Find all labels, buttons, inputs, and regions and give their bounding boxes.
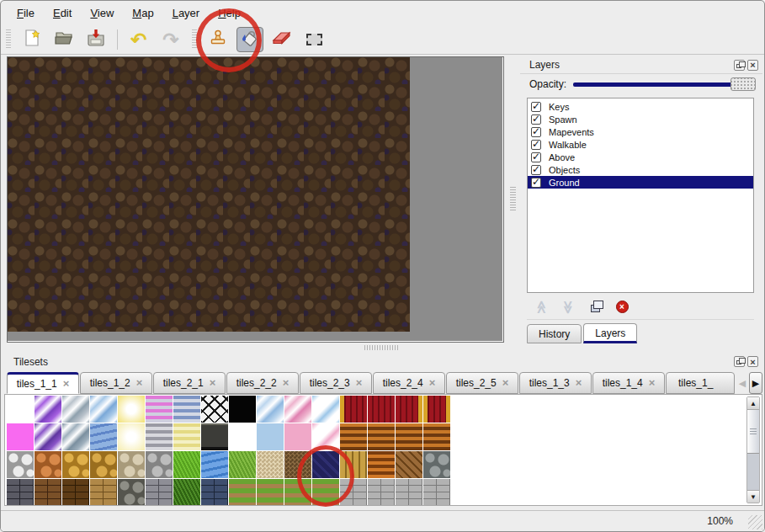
tile-stone-darkgray[interactable] <box>118 479 145 506</box>
tile-streaks-blue[interactable] <box>312 396 339 423</box>
tile-glass-darkpurple[interactable] <box>35 423 61 450</box>
window-resize-grip[interactable] <box>748 515 762 529</box>
tile-solid-magenta[interactable] <box>7 423 34 450</box>
tile-sand-speckled[interactable] <box>257 451 284 478</box>
tile-glass-purple[interactable] <box>35 396 61 423</box>
tile-stripes-yellow[interactable] <box>173 423 200 450</box>
tileset-tab-tiles_1_1[interactable]: tiles_1_1× <box>7 372 79 394</box>
raise-layer-button[interactable]: ≫ <box>534 300 549 315</box>
tile-pebble-beige[interactable] <box>118 451 145 478</box>
tile-path-grass-4[interactable] <box>312 479 339 506</box>
tile-brick-navy[interactable] <box>201 479 228 506</box>
tile-stones-round-gray[interactable] <box>423 451 450 478</box>
opacity-slider[interactable] <box>573 77 756 92</box>
tileset-tab-tiles_1_2[interactable]: tiles_1_2× <box>80 372 152 394</box>
tab-close-icon[interactable]: × <box>429 379 436 387</box>
tile-tile-gold[interactable] <box>62 451 89 478</box>
tile-wall-dark[interactable] <box>7 479 34 506</box>
tile-stripes-gray[interactable] <box>146 423 173 450</box>
tile-lattice-black[interactable] <box>201 396 228 423</box>
tileset-tab-tiles_2_4[interactable]: tiles_2_4× <box>373 372 445 394</box>
tile-stripes-amber-2[interactable] <box>368 423 395 450</box>
vertical-splitter[interactable] <box>507 56 518 343</box>
dock-tab-history[interactable]: History <box>527 324 582 343</box>
tile-brick-lightgray-2[interactable] <box>368 479 395 506</box>
stamp-tool-button[interactable] <box>205 27 231 52</box>
menu-view[interactable]: View <box>81 3 123 23</box>
tile-glass-lightblue[interactable] <box>257 396 284 423</box>
tab-close-icon[interactable]: × <box>136 379 143 387</box>
tileset-tab-tiles_1_[interactable]: tiles_1_ <box>666 372 735 394</box>
map-viewport[interactable] <box>7 56 504 343</box>
tile-stone-gold[interactable] <box>90 451 117 478</box>
tile-stripes-amber-4[interactable] <box>423 423 450 450</box>
tile-brick-lightgray-3[interactable] <box>396 479 422 506</box>
layer-visibility-checkbox[interactable]: ✓ <box>531 140 541 150</box>
redo-button[interactable]: ↷ <box>157 27 184 52</box>
tile-navy-dark-selected[interactable] <box>312 451 339 478</box>
tile-streaks-pink[interactable] <box>312 423 339 450</box>
tile-dirt-brown[interactable] <box>284 451 311 478</box>
tile-glass-gray[interactable] <box>62 396 89 423</box>
layer-row-mapevents[interactable]: ✓Mapevents <box>528 125 753 138</box>
tile-curtain-red-both[interactable] <box>423 396 450 423</box>
lower-layer-button[interactable]: ≫ <box>560 300 576 315</box>
tile-weave-orange[interactable] <box>368 451 395 478</box>
tile-water-ripple[interactable] <box>90 423 117 450</box>
tilesets-panel-float-button[interactable] <box>734 356 745 367</box>
tileset-tab-tiles_2_3[interactable]: tiles_2_3× <box>300 372 372 394</box>
tile-path-grass-2[interactable] <box>257 479 284 506</box>
tile-stripes-amber-3[interactable] <box>396 423 422 450</box>
tile-solid-black[interactable] <box>229 396 256 423</box>
tab-scroll-right-icon[interactable]: ▶ <box>749 372 762 394</box>
menu-layer[interactable]: Layer <box>163 3 210 23</box>
tile-hedge-green[interactable] <box>173 479 200 506</box>
tile-grass-green[interactable] <box>229 451 256 478</box>
tile-solid-pink[interactable] <box>284 423 311 450</box>
undo-button[interactable]: ↶ <box>125 27 152 52</box>
tileset-tab-tiles_2_1[interactable]: tiles_2_1× <box>153 372 226 394</box>
palette-scrollbar[interactable]: ▲ ▼ <box>746 396 760 503</box>
tile-water-blue[interactable] <box>201 451 228 478</box>
layer-visibility-checkbox[interactable]: ✓ <box>531 102 541 112</box>
tile-path-grass-1[interactable] <box>229 479 256 506</box>
tile-brick-lightgray-4[interactable] <box>423 479 450 506</box>
horizontal-splitter[interactable] <box>4 343 762 352</box>
tab-close-icon[interactable]: × <box>649 379 656 387</box>
toolbar-grip[interactable] <box>192 29 197 50</box>
tile-curtain-red-left[interactable] <box>340 396 367 423</box>
layer-row-walkable[interactable]: ✓Walkable <box>528 138 753 151</box>
tileset-tab-tiles_1_4[interactable]: tiles_1_4× <box>592 372 665 394</box>
layer-row-keys[interactable]: ✓Keys <box>528 100 753 113</box>
menu-file[interactable]: File <box>8 3 44 23</box>
menu-map[interactable]: Map <box>123 3 162 23</box>
layer-visibility-checkbox[interactable]: ✓ <box>531 114 541 125</box>
tile-curtain-red[interactable] <box>368 396 395 423</box>
tile-stripes-amber-1[interactable] <box>340 423 367 450</box>
fill-bucket-tool-button[interactable] <box>236 27 263 52</box>
tab-close-icon[interactable]: × <box>502 379 509 387</box>
tile-glow-yellow[interactable] <box>118 396 145 423</box>
layer-row-spawn[interactable]: ✓Spawn <box>528 113 753 125</box>
tile-grass-bright[interactable] <box>173 451 200 478</box>
rect-select-tool-button[interactable] <box>300 27 327 52</box>
tile-stone-white[interactable] <box>7 451 34 478</box>
scroll-up-icon[interactable]: ▲ <box>747 397 759 410</box>
tile-glass-slate[interactable] <box>62 423 89 450</box>
new-file-button[interactable] <box>19 27 45 52</box>
delete-layer-button[interactable]: × <box>614 300 630 315</box>
tile-stone-orange[interactable] <box>35 451 61 478</box>
layer-visibility-checkbox[interactable]: ✓ <box>531 178 541 188</box>
tile-glass-pink[interactable] <box>284 396 311 423</box>
tile-path-grass-3[interactable] <box>284 479 311 506</box>
layers-panel-close-button[interactable]: × <box>747 60 758 71</box>
tab-close-icon[interactable]: × <box>576 379 582 387</box>
scroll-down-icon[interactable]: ▼ <box>747 490 759 503</box>
eraser-tool-button[interactable] <box>268 27 295 52</box>
toolbar-grip[interactable] <box>6 29 11 50</box>
tile-planks-gold[interactable] <box>340 451 367 478</box>
tile-glass-blue[interactable] <box>90 396 117 423</box>
scrollbar-thumb[interactable] <box>747 410 759 454</box>
layer-row-ground[interactable]: ✓Ground <box>528 176 753 189</box>
tile-brick-brown[interactable] <box>35 479 61 506</box>
